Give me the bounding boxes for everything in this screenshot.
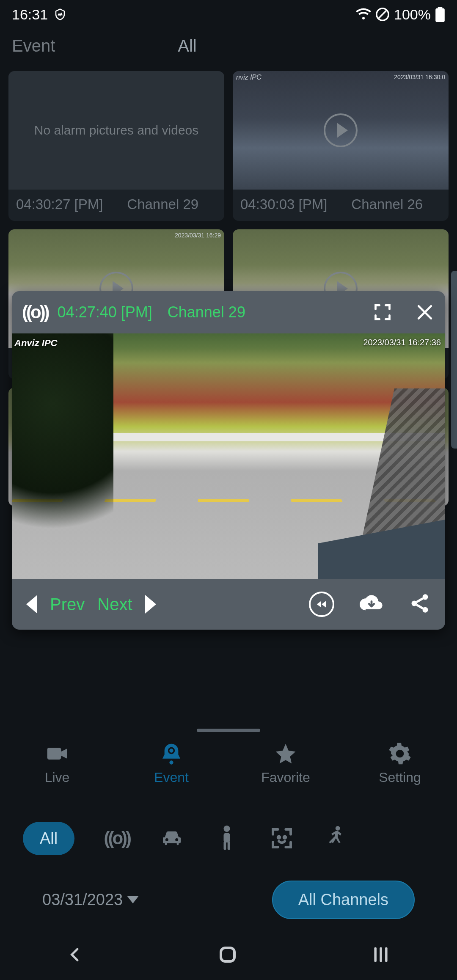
- nav-favorite[interactable]: Favorite: [228, 734, 343, 793]
- chevron-down-icon: [127, 896, 139, 903]
- date-selector[interactable]: 03/31/2023: [42, 891, 139, 909]
- channel-selector[interactable]: All Channels: [272, 881, 415, 919]
- svg-point-18: [284, 836, 286, 838]
- event-popup: ((o)) 04:27:40 [PM] Channel 29 Anviz IPC…: [12, 291, 445, 630]
- nav-live[interactable]: Live: [0, 734, 114, 793]
- close-button[interactable]: [415, 302, 435, 322]
- event-card[interactable]: nviz IPC 2023/03/31 16:30:0 04:30:03 [PM…: [233, 71, 449, 221]
- top-tabs: Event All: [0, 29, 457, 63]
- battery-icon: [435, 7, 445, 22]
- battery-text: 100%: [394, 6, 431, 23]
- nav-setting[interactable]: Setting: [343, 734, 457, 793]
- camera-label: Anviz IPC: [14, 338, 57, 349]
- scrollbar[interactable]: [451, 271, 457, 449]
- play-icon: [324, 113, 358, 147]
- vehicle-filter-icon[interactable]: [159, 826, 184, 850]
- empty-thumb: No alarm pictures and videos: [8, 71, 224, 190]
- tab-event[interactable]: Event: [12, 36, 55, 55]
- nav-label: Setting: [379, 770, 421, 785]
- fullscreen-button[interactable]: [372, 302, 393, 322]
- svg-point-17: [278, 836, 280, 838]
- video-thumb: nviz IPC 2023/03/31 16:30:0: [233, 71, 449, 190]
- svg-rect-3: [438, 7, 443, 9]
- popup-image[interactable]: Anviz IPC 2023/03/31 16:27:36: [12, 333, 445, 579]
- home-button[interactable]: [217, 944, 238, 965]
- popup-header: ((o)) 04:27:40 [PM] Channel 29: [12, 291, 445, 333]
- star-icon: [274, 742, 297, 765]
- system-nav: [0, 929, 457, 980]
- thumb-timestamp: 2023/03/31 16:30:0: [394, 74, 445, 80]
- bell-icon: [160, 742, 183, 765]
- svg-rect-14: [224, 833, 230, 843]
- card-time: 04:30:27 [PM]: [16, 196, 103, 212]
- prev-button[interactable]: Prev: [50, 595, 85, 614]
- next-button[interactable]: Next: [97, 595, 132, 614]
- svg-rect-21: [221, 948, 234, 961]
- camera-timestamp: 2023/03/31 16:27:36: [363, 338, 441, 347]
- status-time: 16:31: [12, 6, 48, 23]
- date-channel-row: 03/31/2023 All Channels: [0, 878, 457, 921]
- popup-footer: Prev Next: [12, 579, 445, 630]
- share-button[interactable]: [409, 592, 431, 616]
- no-data-icon: [375, 7, 390, 22]
- broadcast-filter-icon[interactable]: ((o)): [104, 828, 129, 848]
- event-card[interactable]: No alarm pictures and videos 04:30:27 [P…: [8, 71, 224, 221]
- svg-line-1: [378, 10, 387, 19]
- next-arrow-icon[interactable]: [145, 595, 156, 614]
- nav-event[interactable]: Event: [114, 734, 228, 793]
- bottom-nav: Live Event Favorite Setting: [0, 734, 457, 793]
- svg-point-12: [169, 749, 173, 752]
- svg-point-10: [169, 760, 173, 764]
- svg-rect-16: [228, 842, 230, 850]
- nav-label: Live: [45, 770, 70, 785]
- camera-icon: [45, 742, 69, 765]
- filter-all[interactable]: All: [23, 822, 74, 855]
- popup-channel: Channel 29: [168, 303, 245, 321]
- shield-icon: [54, 8, 66, 21]
- prev-arrow-icon[interactable]: [26, 595, 37, 614]
- nav-label: Event: [154, 770, 189, 785]
- card-channel: Channel 26: [333, 196, 441, 212]
- svg-point-6: [412, 601, 417, 606]
- rewind-button[interactable]: [309, 592, 334, 617]
- person-filter-icon[interactable]: [214, 826, 240, 851]
- filter-row: All ((o)): [0, 815, 457, 862]
- date-text: 03/31/2023: [42, 891, 123, 909]
- svg-rect-15: [224, 842, 226, 850]
- pedestrian-filter-icon[interactable]: [324, 826, 350, 851]
- svg-rect-9: [47, 748, 61, 760]
- status-bar: 16:31 100%: [0, 0, 457, 29]
- back-button[interactable]: [67, 946, 84, 963]
- thumb-label: nviz IPC: [236, 74, 262, 81]
- popup-time: 04:27:40 [PM]: [58, 303, 152, 321]
- tab-all[interactable]: All: [178, 36, 196, 55]
- wifi-icon: [356, 8, 371, 21]
- svg-point-7: [423, 594, 428, 600]
- recents-button[interactable]: [372, 945, 390, 964]
- svg-point-19: [336, 826, 340, 831]
- nav-label: Favorite: [261, 770, 310, 785]
- download-button[interactable]: [360, 592, 383, 617]
- broadcast-icon: ((o)): [22, 302, 48, 322]
- face-filter-icon[interactable]: [269, 826, 295, 850]
- svg-point-13: [224, 826, 230, 832]
- thumb-timestamp: 2023/03/31 16:29: [175, 232, 221, 239]
- drag-handle[interactable]: [197, 729, 260, 732]
- svg-point-8: [423, 607, 428, 613]
- card-time: 04:30:03 [PM]: [240, 196, 327, 212]
- card-channel: Channel 29: [109, 196, 217, 212]
- svg-rect-2: [435, 8, 445, 22]
- gear-icon: [388, 742, 412, 765]
